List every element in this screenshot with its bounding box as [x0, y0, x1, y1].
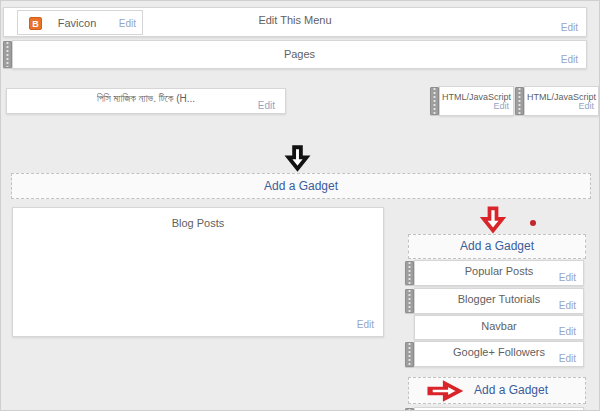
navbar-edit-link[interactable]: Edit [559, 326, 576, 337]
html-widget-2-edit-link[interactable]: Edit [578, 101, 594, 111]
nav-widget[interactable]: পিসি ম্যাজিক ন্যাভ. টিকে (H... Edit [6, 88, 286, 114]
html-widget-2[interactable]: HTML/JavaScript Edit [524, 86, 599, 116]
sidebar-add-gadget-top-link[interactable]: Add a Gadget [460, 239, 534, 253]
red-dot-annotation [530, 220, 536, 226]
red-down-arrow-icon [479, 206, 507, 234]
pages-drag-handle[interactable] [3, 41, 12, 68]
html-widget-1-edit-link[interactable]: Edit [493, 101, 509, 111]
pages-edit-link[interactable]: Edit [561, 54, 578, 65]
blog-posts-title: Blog Posts [13, 217, 383, 229]
blogger-tutorials-edit-link[interactable]: Edit [559, 300, 576, 311]
pages-widget[interactable]: Pages Edit [12, 40, 587, 69]
red-right-arrow-icon [427, 380, 464, 402]
google-plus-followers-widget[interactable]: Google+ Followers Edit [414, 341, 584, 367]
blogger-tutorials-drag-handle[interactable] [405, 289, 414, 313]
popular-posts-drag-handle[interactable] [405, 261, 414, 285]
google-plus-followers-edit-link[interactable]: Edit [559, 353, 576, 364]
main-add-gadget-box[interactable]: Add a Gadget [11, 173, 591, 199]
blogger-tutorials-widget[interactable]: Blogger Tutorials Edit [414, 288, 584, 314]
partial-widget[interactable] [414, 407, 584, 411]
blogger-b-icon: B [29, 17, 42, 30]
nav-widget-title: পিসি ম্যাজিক ন্যাভ. টিকে (H... [7, 93, 285, 105]
google-plus-followers-drag-handle[interactable] [405, 342, 414, 367]
favicon-widget-title: Favicon [48, 17, 106, 29]
blogger-layout-editor: Edit This Menu Edit B Favicon Edit Pages… [0, 0, 600, 411]
popular-posts-edit-link[interactable]: Edit [559, 272, 576, 283]
popular-posts-widget[interactable]: Popular Posts Edit [414, 260, 584, 286]
favicon-edit-link[interactable]: Edit [119, 18, 136, 29]
navbar-widget[interactable]: Navbar Edit [414, 315, 584, 340]
sidebar-add-gadget-bottom-link[interactable]: Add a Gadget [474, 383, 548, 397]
pages-widget-title: Pages [13, 48, 586, 60]
header-menu-edit-link[interactable]: Edit [561, 22, 578, 33]
main-add-gadget-link[interactable]: Add a Gadget [264, 179, 338, 193]
sidebar-add-gadget-top-box[interactable]: Add a Gadget [408, 234, 586, 259]
html-widget-1-drag-handle[interactable] [430, 87, 439, 115]
html-widget-2-drag-handle[interactable] [515, 87, 524, 115]
html-widget-1[interactable]: HTML/JavaScript Edit [439, 86, 514, 116]
favicon-widget[interactable]: B Favicon Edit [17, 10, 143, 35]
black-down-arrow-icon [284, 145, 311, 172]
blog-posts-widget[interactable]: Blog Posts Edit [12, 207, 384, 337]
blog-posts-edit-link[interactable]: Edit [357, 319, 374, 330]
header-menu-section[interactable]: Edit This Menu Edit B Favicon Edit [3, 7, 587, 37]
nav-widget-edit-link[interactable]: Edit [258, 100, 275, 111]
